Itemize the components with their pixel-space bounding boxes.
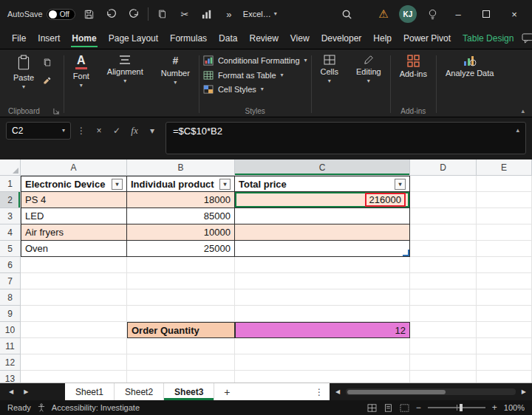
cell-B10[interactable]: Order Quantity xyxy=(127,322,235,338)
cell-D4[interactable] xyxy=(410,224,477,241)
normal-view-icon[interactable] xyxy=(367,404,377,412)
cell-D3[interactable] xyxy=(410,208,477,224)
sheet-tab-sheet1[interactable]: Sheet1 xyxy=(65,383,115,400)
cell-C13[interactable] xyxy=(235,371,410,383)
cell-B3[interactable]: 85000 xyxy=(127,208,235,224)
row-header-11[interactable]: 11 xyxy=(0,338,21,354)
cell-C10[interactable]: 12 xyxy=(235,322,410,338)
cell-A1[interactable]: Electronic Device▾ xyxy=(21,176,127,192)
font-button[interactable]: A Font ▾ xyxy=(68,52,95,92)
cell-C6[interactable] xyxy=(235,257,410,273)
copy-icon[interactable] xyxy=(43,58,52,67)
cell-C5[interactable] xyxy=(235,241,410,257)
row-header-1[interactable]: 1 xyxy=(0,176,21,192)
zoom-out-button[interactable]: − xyxy=(416,402,421,413)
cell-E8[interactable] xyxy=(477,289,532,306)
menu-item-table-design[interactable]: Table Design xyxy=(457,30,519,47)
cell-C8[interactable] xyxy=(235,289,410,306)
cell-B5[interactable]: 25000 xyxy=(127,241,235,257)
autosave-toggle[interactable]: AutoSave Off xyxy=(7,9,75,20)
menu-item-view[interactable]: View xyxy=(284,30,316,47)
filter-button[interactable]: ▾ xyxy=(219,179,231,190)
row-header-5[interactable]: 5 xyxy=(0,241,21,257)
row-header-3[interactable]: 3 xyxy=(0,208,21,224)
cell-B2[interactable]: 18000 xyxy=(127,192,235,208)
cell-C12[interactable] xyxy=(235,354,410,371)
cell-E11[interactable] xyxy=(477,338,532,354)
cell-A11[interactable] xyxy=(21,338,127,354)
cell-D8[interactable] xyxy=(410,289,477,306)
cell-D2[interactable] xyxy=(410,192,477,208)
undo-icon[interactable] xyxy=(103,5,120,23)
menu-item-data[interactable]: Data xyxy=(213,30,243,47)
sheet-tab-sheet2[interactable]: Sheet2 xyxy=(115,383,164,400)
cell-B13[interactable] xyxy=(127,371,235,383)
maximize-button[interactable] xyxy=(476,4,497,24)
cell-A12[interactable] xyxy=(21,354,127,371)
col-header-D[interactable]: D xyxy=(410,160,477,176)
cell-E9[interactable] xyxy=(477,306,532,322)
row-header-7[interactable]: 7 xyxy=(0,273,21,289)
cell-D7[interactable] xyxy=(410,273,477,289)
cell-E10[interactable] xyxy=(477,322,532,338)
cell-styles-button[interactable]: Cell Styles ▾ xyxy=(203,85,307,94)
zoom-level[interactable]: 100% xyxy=(504,403,525,412)
accessibility-status[interactable]: Accessibility: Investigate xyxy=(52,403,140,412)
row-header-2[interactable]: 2 xyxy=(0,192,21,208)
avatar[interactable]: KJ xyxy=(399,5,417,23)
cell-C1[interactable]: Total price▾ xyxy=(235,176,410,192)
cell-A6[interactable] xyxy=(21,257,127,273)
page-break-view-icon[interactable] xyxy=(400,404,409,412)
cell-A3[interactable]: LED xyxy=(21,208,127,224)
menu-item-power-pivot[interactable]: Power Pivot xyxy=(398,30,457,47)
cell-D1[interactable] xyxy=(410,176,477,192)
conditional-formatting-button[interactable]: Conditional Formatting ▾ xyxy=(203,55,307,66)
select-all-corner[interactable] xyxy=(0,160,21,176)
lightbulb-icon[interactable] xyxy=(424,5,440,23)
tab-scroll-left-icon[interactable]: ◀ xyxy=(9,388,13,395)
close-button[interactable]: × xyxy=(504,4,525,24)
menu-item-page-layout[interactable]: Page Layout xyxy=(103,30,164,47)
cell-B9[interactable] xyxy=(127,306,235,322)
row-header-8[interactable]: 8 xyxy=(0,289,21,306)
addins-button[interactable]: Add-ins xyxy=(395,52,432,81)
paste-button[interactable]: Paste ▾ xyxy=(8,52,39,93)
cell-E2[interactable] xyxy=(477,192,532,208)
cell-A2[interactable]: PS 4 xyxy=(21,192,127,208)
comment-icon[interactable] xyxy=(519,30,532,47)
cell-B11[interactable] xyxy=(127,338,235,354)
row-header-6[interactable]: 6 xyxy=(0,257,21,273)
app-menu-button[interactable]: Excel… ▾ xyxy=(243,10,277,18)
page-layout-view-icon[interactable] xyxy=(383,404,393,412)
cell-D11[interactable] xyxy=(410,338,477,354)
row-header-12[interactable]: 12 xyxy=(0,354,21,371)
cell-D6[interactable] xyxy=(410,257,477,273)
cell-E5[interactable] xyxy=(477,241,532,257)
format-painter-icon[interactable] xyxy=(43,76,52,85)
cells-button[interactable]: Cells ▾ xyxy=(316,52,344,87)
cell-B7[interactable] xyxy=(127,273,235,289)
redo-icon[interactable] xyxy=(126,5,142,23)
cell-A8[interactable] xyxy=(21,289,127,306)
cell-C11[interactable] xyxy=(235,338,410,354)
analyze-data-button[interactable]: Analyze Data xyxy=(440,52,499,81)
cell-A7[interactable] xyxy=(21,273,127,289)
cell-A10[interactable] xyxy=(21,322,127,338)
cell-D12[interactable] xyxy=(410,354,477,371)
cell-B1[interactable]: Individual product▾ xyxy=(127,176,235,192)
cell-E12[interactable] xyxy=(477,354,532,371)
menu-item-insert[interactable]: Insert xyxy=(32,30,66,47)
hscroll-left-icon[interactable]: ◀ xyxy=(335,388,340,395)
menu-item-developer[interactable]: Developer xyxy=(316,30,368,47)
menu-item-formulas[interactable]: Formulas xyxy=(164,30,213,47)
name-box[interactable]: C2 ▾ xyxy=(6,122,71,140)
cell-D9[interactable] xyxy=(410,306,477,322)
cell-E1[interactable] xyxy=(477,176,532,192)
enter-check-icon[interactable]: ✓ xyxy=(109,122,124,140)
cell-E13[interactable] xyxy=(477,371,532,383)
autosave-pill[interactable]: Off xyxy=(47,9,75,20)
zoom-in-button[interactable]: + xyxy=(492,402,497,413)
cell-D10[interactable] xyxy=(410,322,477,338)
cell-D5[interactable] xyxy=(410,241,477,257)
insert-function-icon[interactable]: fx xyxy=(127,122,142,140)
